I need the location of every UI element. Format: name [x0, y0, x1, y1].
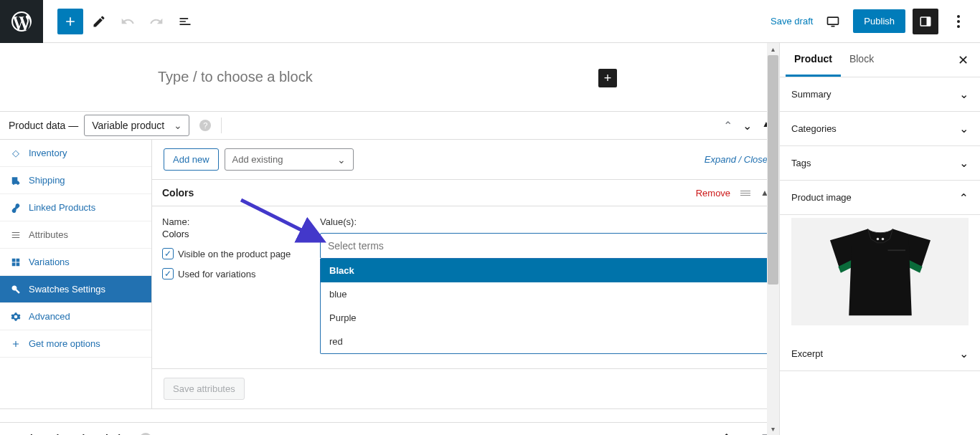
chevron-up-icon: ⌄	[959, 191, 969, 204]
editor-scrollbar[interactable]: ▴ ▾	[767, 43, 779, 435]
down-icon[interactable]: ⌄	[741, 431, 750, 435]
inline-add-block-button[interactable]: +	[598, 69, 617, 87]
tab-label: Variations	[29, 257, 70, 267]
gear-icon	[10, 312, 22, 322]
tab-swatches-settings[interactable]: Swatches Settings	[0, 276, 151, 303]
collapse-up-icon[interactable]: ⌃	[723, 119, 732, 133]
undo-button[interactable]	[115, 9, 141, 34]
tab-shipping[interactable]: Shipping	[0, 167, 151, 194]
svg-point-5	[881, 238, 884, 241]
tab-label: Shipping	[29, 175, 65, 186]
checkbox-checked-icon: ✓	[162, 248, 174, 259]
drag-handle-icon[interactable]	[740, 191, 750, 196]
add-existing-attribute-select[interactable]: Add existing ⌄	[225, 148, 354, 171]
expand-down-icon[interactable]: ⌄	[743, 119, 752, 133]
panel-title: Product image	[791, 192, 852, 203]
publish-button[interactable]: Publish	[853, 9, 905, 33]
product-type-value: Variable product	[84, 115, 189, 136]
toolbar-right: Save draft Publish	[771, 9, 980, 34]
select-terms-input[interactable]: Select terms	[320, 233, 769, 259]
block-placeholder-text: Type / to choose a block	[158, 69, 313, 85]
tab-variations[interactable]: Variations	[0, 249, 151, 276]
term-option-red[interactable]: red	[321, 330, 768, 353]
scrollbar-thumb[interactable]	[768, 55, 778, 285]
settings-sidebar: Product Block ✕ Summary ⌄ Categories ⌄ T…	[779, 43, 980, 435]
tab-inventory[interactable]: ◇ Inventory	[0, 140, 151, 167]
sidebar-panel-excerpt[interactable]: Excerpt ⌄	[780, 337, 980, 371]
settings-sidebar-toggle[interactable]	[913, 9, 938, 34]
chevron-down-icon: ⌄	[959, 347, 969, 360]
used-for-variations-checkbox[interactable]: ✓ Used for variations	[162, 268, 306, 279]
options-menu-button[interactable]	[946, 9, 971, 34]
tab-label: Advanced	[29, 311, 70, 322]
tab-get-more-options[interactable]: Get more options	[0, 330, 151, 358]
attributes-pane-footer: Save attributes	[152, 368, 779, 408]
short-description-title: Product short description	[10, 433, 133, 436]
product-data-header: Product data — Variable product ⌄ ? ⌃ ⌄ …	[0, 111, 779, 140]
sidebar-panel-categories[interactable]: Categories ⌄	[780, 112, 980, 146]
sidebar-tab-block[interactable]: Block	[841, 43, 882, 77]
editor-column: Type / to choose a block + Product data …	[0, 43, 779, 435]
product-image-preview[interactable]	[780, 215, 980, 337]
svg-rect-3	[927, 17, 930, 26]
panel-title: Summary	[791, 89, 831, 100]
add-block-button[interactable]	[57, 9, 83, 34]
attribute-row-header[interactable]: Colors Remove ▲	[152, 180, 779, 206]
preview-button[interactable]	[820, 9, 846, 34]
term-option-black[interactable]: Black	[321, 259, 768, 282]
term-option-purple[interactable]: Purple	[321, 306, 768, 330]
save-draft-link[interactable]: Save draft	[771, 16, 813, 27]
tools-button[interactable]	[86, 9, 112, 34]
terms-dropdown: Black blue Purple red	[320, 259, 769, 354]
sidebar-panel-tags[interactable]: Tags ⌄	[780, 146, 980, 181]
add-existing-placeholder: Add existing	[232, 154, 283, 165]
panel-toggle-arrows: ⌃ ⌄ ▲	[723, 119, 771, 133]
attributes-pane: Add new Add existing ⌄ Expand / Close Co…	[152, 140, 779, 408]
svg-rect-0	[828, 17, 839, 24]
expand-close-link[interactable]: Expand / Close	[705, 154, 768, 165]
close-sidebar-icon[interactable]: ✕	[952, 52, 974, 68]
document-overview-button[interactable]	[172, 9, 198, 34]
attribute-values-column: Value(s): Select terms Black blue Purple…	[320, 216, 769, 354]
wordpress-logo[interactable]	[0, 0, 43, 43]
scrollbar-up-icon[interactable]: ▴	[767, 43, 779, 55]
attribute-name-label: Name:	[162, 216, 306, 227]
tab-label: Attributes	[29, 229, 68, 240]
toolbar-left	[43, 9, 198, 34]
attribute-remove-link[interactable]: Remove	[696, 188, 730, 199]
chevron-down-icon: ⌄	[959, 122, 969, 135]
save-attributes-button[interactable]: Save attributes	[164, 378, 245, 400]
tab-advanced[interactable]: Advanced	[0, 303, 151, 330]
plus-icon	[10, 339, 22, 349]
product-type-select[interactable]: Variable product ⌄	[84, 120, 189, 131]
attribute-name-value: Colors	[162, 229, 306, 239]
tab-label: Inventory	[29, 148, 67, 158]
up-icon[interactable]: ⌃	[722, 431, 731, 435]
link-icon	[10, 203, 22, 213]
add-new-attribute-button[interactable]: Add new	[164, 148, 219, 171]
svg-point-4	[876, 238, 879, 241]
term-option-blue[interactable]: blue	[321, 282, 768, 306]
checkbox-label: Used for variations	[178, 269, 255, 279]
block-placeholder-row[interactable]: Type / to choose a block +	[0, 43, 779, 111]
tab-label: Linked Products	[29, 202, 95, 213]
svg-rect-1	[831, 25, 835, 27]
panel-title: Excerpt	[791, 348, 823, 359]
product-short-description-header[interactable]: Product short description ? ⌃ ⌄ ▼	[0, 422, 779, 435]
help-icon[interactable]: ?	[199, 120, 211, 131]
sidebar-panel-summary[interactable]: Summary ⌄	[780, 77, 980, 112]
help-icon[interactable]: ?	[140, 433, 151, 436]
wrench-icon	[10, 285, 22, 295]
tab-attributes[interactable]: Attributes	[0, 221, 151, 249]
checkbox-checked-icon: ✓	[162, 268, 174, 279]
truck-icon	[10, 176, 22, 186]
visible-on-page-checkbox[interactable]: ✓ Visible on the product page	[162, 248, 306, 259]
sidebar-tab-product[interactable]: Product	[786, 43, 841, 77]
chevron-down-icon: ⌄	[959, 87, 969, 101]
scrollbar-down-icon[interactable]: ▾	[767, 423, 779, 435]
tab-linked-products[interactable]: Linked Products	[0, 194, 151, 221]
product-data-body: ◇ Inventory Shipping Linked Products	[0, 140, 779, 409]
list-icon	[10, 230, 22, 240]
redo-button[interactable]	[143, 9, 169, 34]
sidebar-panel-product-image[interactable]: Product image ⌄	[780, 181, 980, 215]
